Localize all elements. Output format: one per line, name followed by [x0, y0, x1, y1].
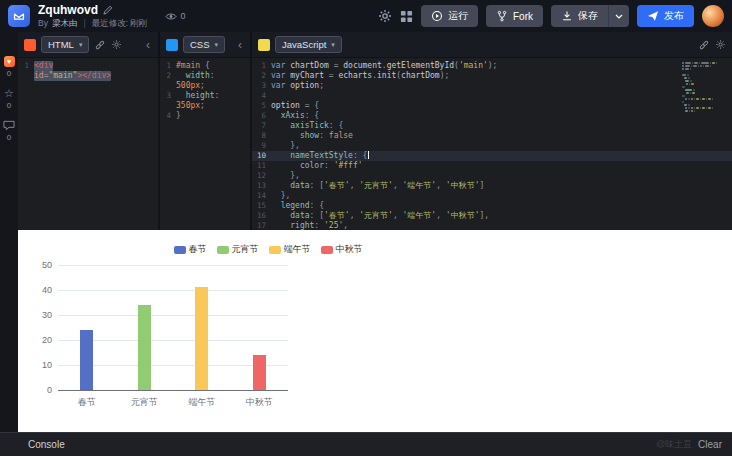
- code-row[interactable]: 13 data: ['春节', '元宵节', '端午节', '中秋节']: [252, 181, 732, 191]
- line-number: 4: [160, 111, 176, 121]
- code-row[interactable]: 8 show: false: [252, 131, 732, 141]
- js-minimap[interactable]: [682, 62, 728, 113]
- link-icon[interactable]: [698, 39, 710, 51]
- code-row[interactable]: id="main"></div>: [18, 71, 158, 81]
- y-axis-label: 10: [24, 360, 52, 370]
- chart-bar: [138, 305, 151, 390]
- y-axis-label: 20: [24, 335, 52, 345]
- title-block: Zquhwovd By 梁木由 | 最近修改: 刚刚: [38, 4, 147, 29]
- preview-pane: 春节元宵节端午节中秋节01020304050春节元宵节端午节中秋节: [18, 230, 732, 432]
- html-icon: [24, 39, 36, 51]
- layout-grid-icon[interactable]: [400, 10, 413, 23]
- code-row[interactable]: 4: [252, 91, 732, 101]
- js-language-select[interactable]: JavaScript▾: [275, 36, 342, 53]
- code-line-text: id="main"></div>: [34, 71, 111, 81]
- code-line-text: height:: [176, 91, 219, 101]
- star-count: 0: [7, 101, 11, 110]
- code-row[interactable]: 11 color: '#fff': [252, 161, 732, 171]
- code-row[interactable]: 3 height:: [160, 91, 250, 101]
- code-row[interactable]: 12 },: [252, 171, 732, 181]
- x-axis-line: [58, 390, 288, 391]
- code-line-text: xAxis: {: [271, 111, 319, 121]
- code-row[interactable]: 350px;: [160, 101, 250, 111]
- code-row[interactable]: 5option = {: [252, 101, 732, 111]
- legend-swatch: [321, 246, 333, 254]
- code-line-text: var chartDom = document.getElementById('…: [271, 61, 497, 71]
- code-row[interactable]: 1var chartDom = document.getElementById(…: [252, 61, 732, 71]
- line-number: 2: [160, 71, 176, 81]
- fork-icon: [496, 10, 508, 22]
- collapse-css-chevron[interactable]: ‹: [236, 39, 244, 51]
- run-button[interactable]: 运行: [421, 5, 478, 27]
- comment-icon[interactable]: [3, 120, 15, 131]
- js-pane-header: JavaScript▾: [252, 32, 732, 57]
- legend-label: 中秋节: [336, 243, 363, 256]
- star-icon[interactable]: ☆: [4, 88, 14, 99]
- author-link[interactable]: 梁木由: [52, 19, 78, 28]
- code-row[interactable]: 7 axisTick: {: [252, 121, 732, 131]
- line-number: 10: [252, 151, 271, 161]
- pen-title: Zquhwovd: [38, 4, 98, 17]
- code-line-text: var myChart = echarts.init(chartDom);: [271, 71, 449, 81]
- legend-item[interactable]: 端午节: [269, 243, 311, 256]
- legend-swatch: [269, 246, 281, 254]
- code-line-text: data: ['春节', '元宵节', '端午节', '中秋节']: [271, 181, 484, 191]
- code-row[interactable]: 2var myChart = echarts.init(chartDom);: [252, 71, 732, 81]
- code-row[interactable]: 17 right: '25',: [252, 221, 732, 230]
- code-row[interactable]: 14 },: [252, 191, 732, 201]
- eye-icon: [165, 12, 177, 21]
- code-row[interactable]: 10 nameTextStyle: {: [252, 151, 732, 161]
- save-options-caret[interactable]: [608, 5, 629, 27]
- code-line-text: 500px;: [176, 81, 205, 91]
- code-line-text: <div: [34, 61, 53, 71]
- heart-icon[interactable]: ♥: [4, 56, 15, 67]
- css-code-editor[interactable]: 1#main {2 width:500px;3 height:350px;4}: [160, 58, 250, 230]
- js-editor-pane: 1var chartDom = document.getElementById(…: [252, 58, 732, 230]
- code-row[interactable]: 3var option;: [252, 81, 732, 91]
- link-icon[interactable]: [94, 39, 106, 51]
- code-row[interactable]: 1#main {: [160, 61, 250, 71]
- legend-item[interactable]: 元宵节: [217, 243, 259, 256]
- console-clear-button[interactable]: Clear: [698, 439, 722, 450]
- line-number: 1: [160, 61, 176, 71]
- line-number: 6: [252, 111, 271, 121]
- html-code-editor[interactable]: 1<divid="main"></div>: [18, 58, 158, 230]
- edit-title-icon[interactable]: [103, 5, 113, 15]
- legend-item[interactable]: 中秋节: [321, 243, 363, 256]
- settings-icon[interactable]: [378, 9, 392, 23]
- code-row[interactable]: 15 legend: {: [252, 201, 732, 211]
- html-pane-header: HTML▾ ‹: [18, 32, 160, 57]
- code-row[interactable]: 16 data: ['春节', '元宵节', '端午节', '中秋节'],: [252, 211, 732, 221]
- gridline: [58, 315, 288, 316]
- code-row[interactable]: 500px;: [160, 81, 250, 91]
- x-axis-label: 元宵节: [118, 396, 170, 409]
- publish-button[interactable]: 发布: [637, 5, 694, 27]
- code-row[interactable]: 9 },: [252, 141, 732, 151]
- code-line-text: color: '#fff': [271, 161, 363, 171]
- line-number: 7: [252, 121, 271, 131]
- save-button[interactable]: 保存: [551, 5, 608, 27]
- code-row[interactable]: 1<div: [18, 61, 158, 71]
- line-number: 12: [252, 171, 271, 181]
- codepen-logo[interactable]: [8, 5, 30, 27]
- code-row[interactable]: 6 xAxis: {: [252, 111, 732, 121]
- gear-icon[interactable]: [111, 39, 122, 50]
- x-axis-label: 中秋节: [233, 396, 285, 409]
- js-code-editor[interactable]: 1var chartDom = document.getElementById(…: [252, 58, 732, 230]
- avatar[interactable]: [702, 5, 724, 27]
- html-language-select[interactable]: HTML▾: [41, 36, 89, 53]
- code-row[interactable]: 2 width:: [160, 71, 250, 81]
- chart-legend: 春节元宵节端午节中秋节: [18, 243, 518, 256]
- css-pane-header: CSS▾ ‹: [160, 32, 252, 57]
- editor-toolbar: HTML▾ ‹ CSS▾ ‹ JavaScript▾: [18, 32, 732, 58]
- line-number: 11: [252, 161, 271, 171]
- collapse-html-chevron[interactable]: ‹: [144, 39, 152, 51]
- code-line-text: option = {: [271, 101, 319, 111]
- fork-button[interactable]: Fork: [486, 5, 543, 27]
- console-toggle[interactable]: Console: [28, 439, 65, 450]
- code-row[interactable]: 4}: [160, 111, 250, 121]
- gear-icon[interactable]: [715, 39, 726, 50]
- line-number: 9: [252, 141, 271, 151]
- css-language-select[interactable]: CSS▾: [183, 36, 225, 53]
- legend-item[interactable]: 春节: [174, 243, 207, 256]
